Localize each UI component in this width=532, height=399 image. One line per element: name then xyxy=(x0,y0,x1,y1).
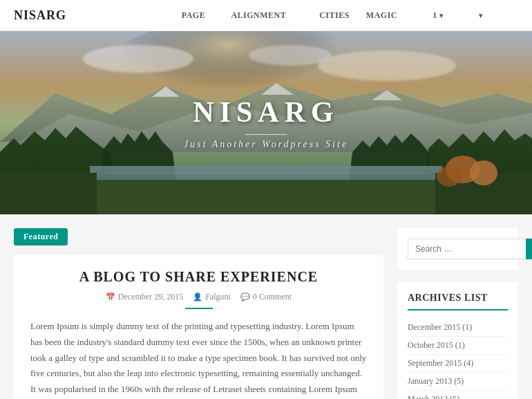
hero-content: NISARG Just Another Wordpress Site xyxy=(184,95,348,150)
archive-item[interactable]: December 2015 (1) xyxy=(408,319,508,337)
nav-link-about[interactable]: ABOUT xyxy=(471,0,518,31)
archive-item[interactable]: March 2012 (5) xyxy=(408,391,508,399)
site-logo: NISARG xyxy=(14,8,66,23)
post-title: A BLOG TO SHARE EXPERIENCE xyxy=(30,269,367,285)
search-box xyxy=(408,239,508,259)
nav-link-level1[interactable]: LEVEL 1 xyxy=(424,0,471,31)
post-author: 👤 Falguni xyxy=(193,292,231,302)
nav-link-cities[interactable]: ALL CITIES xyxy=(311,0,358,31)
nav-link-frontpage[interactable]: FRONT PAGE xyxy=(173,0,223,31)
archive-link-oct2015[interactable]: October 2015 (1) xyxy=(408,340,465,350)
nav-link-home[interactable]: HOME xyxy=(87,0,131,1)
archives-title: ARCHIVES LIST xyxy=(408,293,508,310)
content-area: Featured A BLOG TO SHARE EXPERIENCE 📅 De… xyxy=(14,228,383,399)
archives-widget: ARCHIVES LIST December 2015 (1) October … xyxy=(397,282,518,399)
blog-post: A BLOG TO SHARE EXPERIENCE 📅 December 29… xyxy=(14,255,383,399)
hero-title: NISARG xyxy=(184,95,348,129)
sidebar: ARCHIVES LIST December 2015 (1) October … xyxy=(397,228,518,399)
person-icon: 👤 xyxy=(193,293,202,301)
post-date: 📅 December 29, 2015 xyxy=(106,292,183,302)
archive-link-dec2015[interactable]: December 2015 (1) xyxy=(408,322,472,332)
comment-icon: 💬 xyxy=(240,293,250,301)
archives-list: December 2015 (1) October 2015 (1) Septe… xyxy=(408,319,508,399)
nav-link-alignment[interactable]: PAGE IMAGE ALIGNMENT xyxy=(222,0,311,31)
search-widget xyxy=(397,228,518,270)
archive-item[interactable]: January 2013 (5) xyxy=(408,373,508,391)
site-header: NISARG HOME BLOG FRONT PAGE PAGE IMAGE A… xyxy=(0,0,532,31)
archive-item[interactable]: September 2015 (4) xyxy=(408,355,508,373)
search-button[interactable] xyxy=(526,239,532,259)
archive-link-mar2012[interactable]: March 2012 (5) xyxy=(408,394,459,399)
post-excerpt: Lorem Ipsum is simply dummy text of the … xyxy=(30,319,367,399)
hero-divider xyxy=(245,134,287,135)
hero-section: NISARG Just Another Wordpress Site xyxy=(0,31,532,214)
post-comments: 💬 0 Comment xyxy=(240,292,292,302)
main-container: Featured A BLOG TO SHARE EXPERIENCE 📅 De… xyxy=(0,214,532,399)
archive-link-sep2015[interactable]: September 2015 (4) xyxy=(408,358,473,368)
hero-subtitle: Just Another Wordpress Site xyxy=(184,139,348,150)
post-meta: 📅 December 29, 2015 👤 Falguni 💬 0 Commen… xyxy=(30,292,367,302)
post-divider xyxy=(185,308,213,309)
featured-badge: Featured xyxy=(14,228,68,245)
archive-item[interactable]: October 2015 (1) xyxy=(408,337,508,355)
calendar-icon: 📅 xyxy=(106,293,115,301)
archive-link-jan2013[interactable]: January 2013 (5) xyxy=(408,376,464,386)
search-input[interactable] xyxy=(408,239,526,259)
